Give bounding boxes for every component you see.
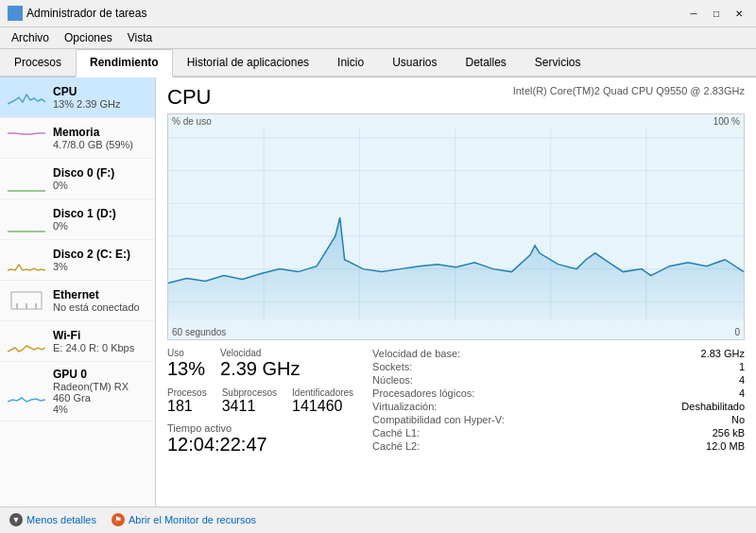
app-icon (8, 6, 23, 21)
hyperv-label: Compatibilidad con Hyper-V: (372, 414, 505, 425)
disk0-name: Disco 0 (F:) (53, 166, 147, 180)
window-title: Administrador de tareas (26, 7, 146, 20)
ethernet-info: Ethernet No está conectado (53, 288, 147, 313)
menu-archivo[interactable]: Archivo (4, 29, 57, 46)
stats-left: Uso 13% Velocidad 2.39 GHz Procesos 181 … (167, 348, 353, 456)
cores-row: Núcleos: 4 (372, 374, 745, 386)
speed-label: Velocidad (220, 348, 300, 358)
tab-rendimiento[interactable]: Rendimiento (76, 49, 173, 77)
cpu-info: CPU 13% 2.39 GHz (53, 85, 147, 110)
content-title: CPU (167, 85, 211, 110)
processes-stat: Procesos 181 (167, 387, 207, 415)
threads-value: 3411 (222, 398, 277, 415)
sidebar-item-memory[interactable]: Memoria 4.7/8.0 GB (59%) (0, 118, 155, 159)
sockets-label: Sockets: (372, 361, 412, 372)
disk2-info: Disco 2 (C: E:) 3% (53, 248, 147, 272)
wifi-info: Wi-Fi E: 24.0 R: 0 Kbps (53, 329, 147, 353)
hyperv-value: No (731, 414, 745, 425)
sidebar-item-disk0[interactable]: Disco 0 (F:) 0% (0, 159, 155, 199)
logical-cores-label: Procesadores lógicos: (372, 387, 474, 399)
chart-x-label: 60 segundos (172, 327, 226, 337)
sidebar-item-wifi[interactable]: Wi-Fi E: 24.0 R: 0 Kbps (0, 321, 155, 362)
gpu0-value: Radeon(TM) RX 460 Gra (53, 381, 147, 404)
processes-row: Procesos 181 Subprocesos 3411 Identifica… (167, 387, 353, 415)
base-speed-label: Velocidad de base: (372, 348, 460, 359)
sidebar-item-cpu[interactable]: CPU 13% 2.39 GHz (0, 77, 155, 118)
less-details-label: Menos detalles (26, 514, 96, 525)
usage-value: 13% (167, 358, 205, 380)
gpu0-name: GPU 0 (53, 368, 147, 381)
tab-procesos[interactable]: Procesos (0, 49, 76, 76)
ethernet-mini-chart (8, 286, 45, 315)
cache1-row: Caché L1: 256 kB (372, 427, 745, 438)
sidebar-item-ethernet[interactable]: Ethernet No está conectado (0, 281, 155, 321)
sidebar-item-gpu0[interactable]: GPU 0 Radeon(TM) RX 460 Gra 4% (0, 362, 155, 421)
close-button[interactable]: ✕ (730, 4, 748, 23)
gpu0-mini-chart (8, 377, 45, 405)
logical-cores-value: 4 (739, 387, 745, 399)
usage-stat: Uso 13% (167, 348, 205, 380)
disk2-value: 3% (53, 261, 147, 272)
tab-historial[interactable]: Historial de aplicaciones (173, 49, 323, 76)
disk0-info: Disco 0 (F:) 0% (53, 166, 147, 191)
menu-opciones[interactable]: Opciones (57, 29, 120, 46)
monitor-icon: ⚑ (112, 513, 125, 526)
memory-value: 4.7/8.0 GB (59%) (53, 139, 147, 150)
tab-bar: Procesos Rendimiento Historial de aplica… (0, 49, 756, 77)
sidebar-item-disk2[interactable]: Disco 2 (C: E:) 3% (0, 240, 155, 281)
disk1-info: Disco 1 (D:) 0% (53, 207, 147, 232)
tab-inicio[interactable]: Inicio (323, 49, 378, 76)
threads-label: Subprocesos (222, 387, 277, 398)
virtualization-label: Virtualización: (372, 401, 437, 412)
tab-usuarios[interactable]: Usuarios (378, 49, 451, 76)
gpu0-info: GPU 0 Radeon(TM) RX 460 Gra 4% (53, 368, 147, 415)
less-details-icon: ▼ (9, 513, 23, 526)
open-monitor-button[interactable]: ⚑ Abrir el Monitor de recursos (112, 513, 256, 526)
maximize-button[interactable]: □ (707, 4, 726, 23)
cpu-chart: % de uso 100 % 60 segundos 0 (167, 113, 745, 340)
handles-value: 141460 (292, 398, 353, 415)
disk1-mini-chart (8, 205, 45, 233)
usage-speed-row: Uso 13% Velocidad 2.39 GHz (167, 348, 353, 380)
disk2-mini-chart (8, 246, 45, 274)
handles-label: Identificadores (292, 387, 353, 398)
threads-stat: Subprocesos 3411 (222, 387, 277, 415)
sidebar-item-disk1[interactable]: Disco 1 (D:) 0% (0, 199, 155, 240)
chart-y-label: % de uso (172, 116, 212, 127)
ethernet-name: Ethernet (53, 288, 147, 301)
minimize-button[interactable]: ─ (684, 4, 703, 23)
menu-vista[interactable]: Vista (120, 29, 160, 46)
handles-stat: Identificadores 141460 (292, 387, 353, 415)
uptime-label: Tiempo activo (167, 422, 353, 434)
wifi-name: Wi-Fi (53, 329, 147, 342)
svg-rect-0 (9, 7, 14, 12)
cpu-value: 13% 2.39 GHz (53, 98, 147, 110)
processes-value: 181 (167, 398, 207, 415)
logical-cores-row: Procesadores lógicos: 4 (372, 387, 745, 399)
disk0-value: 0% (53, 180, 147, 191)
gpu0-percent: 4% (53, 404, 147, 415)
menu-bar: Archivo Opciones Vista (0, 27, 756, 49)
virtualization-row: Virtualización: Deshabilitado (372, 401, 745, 412)
sockets-row: Sockets: 1 (372, 361, 745, 372)
title-bar-left: Administrador de tareas (8, 6, 146, 21)
svg-rect-2 (9, 14, 14, 20)
base-speed-value: 2.83 GHz (701, 348, 745, 359)
tab-servicios[interactable]: Servicios (521, 49, 595, 76)
usage-label: Uso (167, 348, 205, 358)
title-bar: Administrador de tareas ─ □ ✕ (0, 0, 756, 27)
main-layout: CPU 13% 2.39 GHz Memoria 4.7/8.0 GB (59%… (0, 77, 756, 507)
cache1-label: Caché L1: (372, 427, 420, 438)
stats-grid: Uso 13% Velocidad 2.39 GHz Procesos 181 … (167, 348, 745, 456)
cores-label: Núcleos: (372, 374, 413, 386)
less-details-button[interactable]: ▼ Menos detalles (9, 513, 96, 526)
memory-name: Memoria (53, 126, 147, 139)
disk2-name: Disco 2 (C: E:) (53, 248, 147, 261)
ethernet-value: No está conectado (53, 301, 147, 313)
tab-detalles[interactable]: Detalles (451, 49, 520, 76)
chart-x-zero: 0 (734, 327, 740, 337)
disk1-value: 0% (53, 220, 147, 232)
speed-stat: Velocidad 2.39 GHz (220, 348, 300, 380)
cores-value: 4 (739, 374, 745, 386)
cache2-value: 12.0 MB (706, 440, 745, 452)
